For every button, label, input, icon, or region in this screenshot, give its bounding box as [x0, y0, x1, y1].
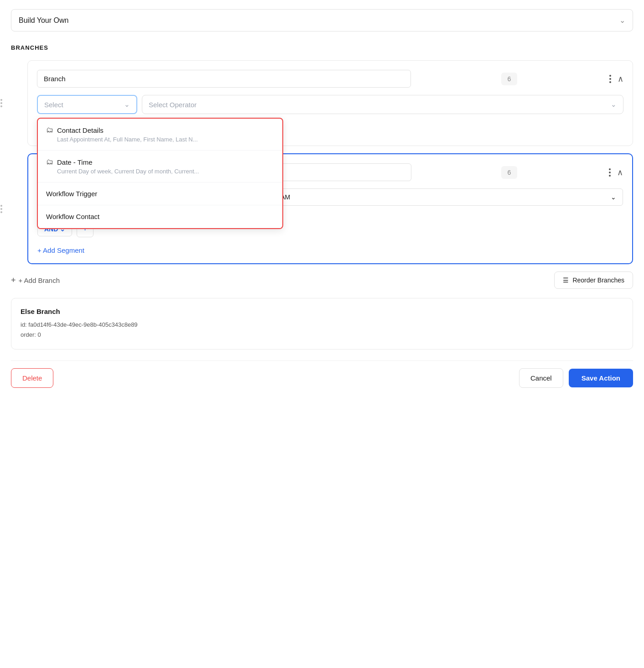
save-action-button[interactable]: Save Action	[569, 369, 633, 387]
delete-button[interactable]: Delete	[11, 368, 53, 388]
else-branch-meta: id: fa0d14f6-43de-49ec-9e8b-405c343c8e89…	[21, 320, 623, 340]
select-placeholder: Select	[44, 101, 63, 109]
reorder-branches-button[interactable]: ☰ Reorder Branches	[554, 271, 633, 289]
bottom-right-actions: Cancel Save Action	[519, 368, 633, 388]
collapse-icon-1[interactable]: ∧	[618, 74, 623, 84]
date-time-label: Date - Time	[57, 158, 93, 166]
branch-count-2: 6	[501, 166, 518, 179]
cancel-button[interactable]: Cancel	[519, 368, 563, 388]
contact-details-sub: Last Appointment At, Full Name, First Na…	[46, 136, 274, 143]
add-branch-row: + + Add Branch ☰ Reorder Branches	[11, 271, 633, 289]
select-dropdown-menu: 🗂 Contact Details Last Appointment At, F…	[37, 118, 283, 229]
branch-header-1: 6 ∧	[37, 70, 623, 88]
dropdown-item-date-time[interactable]: 🗂 Date - Time Current Day of week, Curre…	[38, 151, 282, 183]
reorder-label: Reorder Branches	[572, 277, 624, 284]
collapse-icon-2[interactable]: ∧	[617, 167, 623, 177]
drag-handle-1[interactable]	[0, 99, 2, 107]
operator-chevron-icon: ⌄	[611, 100, 617, 109]
add-branch-plus-icon: +	[11, 276, 16, 285]
dropdown-item-contact-details[interactable]: 🗂 Contact Details Last Appointment At, F…	[38, 119, 282, 151]
folder-icon-date: 🗂	[46, 158, 53, 166]
reorder-icon: ☰	[563, 277, 569, 284]
chevron-down-icon: ⌄	[619, 16, 625, 25]
select-operator-placeholder: Select Operator	[149, 101, 197, 109]
dropdown-item-workflow-trigger[interactable]: Workflow Trigger	[38, 183, 282, 205]
branches-label: BRANCHES	[11, 44, 633, 51]
branch-card-1: 6 ∧ Select ⌄ Select Operator ⌄	[27, 60, 633, 146]
date-time-sub: Current Day of week, Current Day of mont…	[46, 168, 274, 175]
add-segment-button[interactable]: + Add Segment	[37, 245, 623, 254]
folder-icon-contact: 🗂	[46, 126, 53, 134]
else-branch-card: Else Branch id: fa0d14f6-43de-49ec-9e8b-…	[11, 298, 633, 350]
else-branch-title: Else Branch	[21, 308, 623, 315]
branch-actions-1: ∧	[608, 73, 623, 85]
select-chevron-icon: ⌄	[124, 100, 130, 109]
time-select-2[interactable]: 12:15 AM ⌄	[256, 188, 623, 206]
workflow-trigger-label: Workflow Trigger	[46, 190, 97, 198]
more-options-icon-2[interactable]	[607, 167, 613, 178]
time-chevron: ⌄	[611, 193, 616, 201]
top-dropdown-label: Build Your Own	[19, 16, 68, 25]
selector-row-1: Select ⌄ Select Operator ⌄ 🗂 Contact Det…	[37, 95, 623, 114]
select-button-1[interactable]: Select ⌄	[37, 95, 137, 114]
build-your-own-dropdown[interactable]: Build Your Own ⌄	[11, 9, 633, 31]
workflow-contact-label: Workflow Contact	[46, 213, 99, 220]
dropdown-item-workflow-contact[interactable]: Workflow Contact	[38, 205, 282, 228]
branch-actions-2: ∧	[607, 167, 623, 178]
add-branch-label: + Add Branch	[19, 277, 60, 284]
bottom-bar: Delete Cancel Save Action	[11, 360, 633, 388]
else-branch-id: id: fa0d14f6-43de-49ec-9e8b-405c343c8e89	[21, 320, 623, 330]
branch-count-1: 6	[501, 73, 518, 85]
contact-details-label: Contact Details	[57, 126, 104, 134]
else-branch-order: order: 0	[21, 330, 623, 340]
more-options-icon-1[interactable]	[608, 73, 613, 85]
add-segment-label: + Add Segment	[37, 246, 84, 254]
drag-handle-2[interactable]	[0, 205, 2, 213]
add-branch-button[interactable]: + + Add Branch	[11, 276, 60, 285]
select-operator-button-1[interactable]: Select Operator ⌄	[142, 95, 623, 114]
branch-name-input-1[interactable]	[37, 70, 411, 88]
